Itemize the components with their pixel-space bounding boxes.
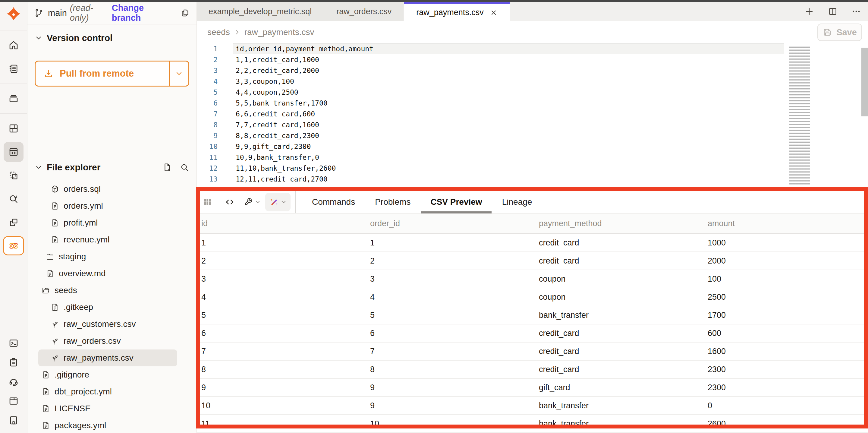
file-tree-item[interactable]: orders.yml	[38, 198, 177, 214]
pull-options-caret[interactable]	[169, 61, 188, 86]
more-options-icon[interactable]	[851, 6, 861, 17]
new-tab-icon[interactable]	[804, 6, 814, 17]
panel-tab[interactable]: Commands	[302, 191, 365, 213]
table-row[interactable]: 4 4 coupon 2500	[196, 288, 868, 306]
file-tree-item[interactable]: staging	[38, 248, 177, 265]
file-tree-item[interactable]: .gitignore	[38, 366, 177, 383]
cell-order-id: 8	[370, 365, 539, 374]
line-number: 3	[196, 67, 233, 75]
file-name: orders.yml	[64, 201, 103, 211]
file-doc-icon	[50, 218, 59, 227]
table-row[interactable]: 2 2 credit_card 2000	[196, 252, 868, 270]
cell-order-id: 7	[370, 347, 539, 356]
editor-tab[interactable]: raw_payments.csv	[404, 2, 510, 21]
split-editor-icon[interactable]	[828, 6, 838, 17]
rail-divider	[0, 84, 27, 84]
home-icon[interactable]	[4, 35, 24, 55]
table-row[interactable]: 5 5 bank_transfer 1700	[196, 306, 868, 324]
app-window: main (read-only) Change branch Version c…	[0, 0, 868, 433]
file-tree-item[interactable]: LICENSE	[38, 400, 177, 417]
code-editor[interactable]: 1 id,order_id,payment_method,amount 2 1,…	[196, 44, 868, 191]
editor-line: 7 6,6,credit_card,600	[196, 109, 868, 119]
change-branch-link[interactable]: Change branch	[112, 3, 175, 23]
file-tree-item[interactable]: seeds	[38, 282, 177, 299]
organization-icon[interactable]	[4, 412, 23, 429]
ai-fix-control[interactable]	[265, 193, 290, 211]
save-button[interactable]: Save	[817, 24, 862, 41]
query-analysis-icon[interactable]	[4, 189, 24, 209]
panel-tab-label: Commands	[312, 197, 355, 207]
file-name: raw_orders.csv	[64, 336, 121, 346]
file-name: dbt_project.yml	[55, 387, 112, 397]
pull-from-remote-button[interactable]: Pull from remote	[35, 61, 189, 87]
file-tree-item[interactable]: dbt_project.yml	[38, 383, 177, 400]
cell-order-id: 9	[370, 401, 539, 410]
version-control-section: Version control Pull from remote	[27, 24, 196, 152]
file-name: raw_customers.csv	[64, 319, 136, 329]
editor-minimap[interactable]	[789, 46, 810, 186]
copy-icon[interactable]	[180, 8, 190, 18]
editor-tab[interactable]: raw_orders.csv	[324, 2, 404, 21]
editor-tab[interactable]: example_develop_metric.sql	[196, 2, 324, 21]
breadcrumb-bar: seeds raw_payments.csv Save	[196, 21, 868, 44]
terminal-icon[interactable]	[4, 335, 23, 352]
external-window-icon[interactable]	[4, 212, 24, 232]
panel-tab[interactable]: Lineage	[492, 191, 542, 213]
file-tree-item[interactable]: profit.yml	[38, 214, 177, 231]
canvas-icon[interactable]	[4, 166, 24, 185]
table-row[interactable]: 7 7 credit_card 1600	[196, 343, 868, 360]
file-tree-item[interactable]: raw_customers.csv	[38, 316, 177, 333]
file-tree-item[interactable]: raw_orders.csv	[38, 333, 177, 349]
cell-order-id: 9	[370, 383, 539, 392]
editor-tabbar: example_develop_metric.sql raw_orders.cs…	[196, 2, 868, 21]
chevron-down-icon[interactable]	[35, 34, 42, 42]
breadcrumb-folder[interactable]: seeds	[207, 27, 230, 37]
clipboard-icon[interactable]	[4, 354, 23, 371]
panel-tab-label: Lineage	[502, 197, 532, 207]
cell-payment-method: credit_card	[539, 329, 708, 338]
breadcrumb-file: raw_payments.csv	[244, 27, 314, 37]
column-header: amount	[708, 219, 868, 228]
develop-icon[interactable]	[4, 142, 24, 162]
table-row[interactable]: 11 10 bank_transfer 2600	[196, 415, 868, 433]
build-tools-control[interactable]	[244, 197, 261, 207]
browser-icon[interactable]	[4, 393, 23, 409]
file-tree-item[interactable]: revenue.yml	[38, 231, 177, 248]
panel-tab-label: Problems	[375, 197, 410, 207]
dashboard-icon[interactable]	[4, 118, 24, 138]
file-doc-icon	[41, 404, 50, 413]
dbt-assist-icon[interactable]	[3, 236, 24, 255]
new-file-icon[interactable]	[162, 163, 172, 172]
cell-payment-method: credit_card	[539, 365, 708, 374]
file-tree-item[interactable]: packages.yml	[38, 417, 177, 433]
editor-line: 2 1,1,credit_card,1000	[196, 54, 868, 65]
results-table-icon[interactable]	[199, 194, 216, 210]
table-row[interactable]: 1 1 credit_card 1000	[196, 234, 868, 252]
seed-sprout-icon	[50, 320, 59, 329]
close-icon[interactable]	[490, 9, 498, 17]
cell-amount: 0	[708, 401, 868, 410]
table-row[interactable]: 8 8 credit_card 2300	[196, 360, 868, 379]
panel-tab[interactable]: Problems	[365, 191, 421, 213]
file-tree-item[interactable]: orders.sql	[38, 181, 177, 198]
file-tree-item[interactable]: overview.md	[38, 265, 177, 282]
column-header: payment_method	[539, 219, 708, 228]
table-row[interactable]: 3 3 coupon 100	[196, 270, 868, 288]
table-row[interactable]: 10 9 bank_transfer 0	[196, 397, 868, 415]
headset-icon[interactable]	[4, 373, 23, 390]
notebook-icon[interactable]	[4, 59, 24, 79]
editor-scrollbar-thumb[interactable]	[861, 48, 868, 116]
cell-order-id: 2	[370, 256, 539, 266]
file-tree-item[interactable]: .gitkeep	[38, 299, 177, 316]
table-row[interactable]: 9 9 gift_card 2300	[196, 379, 868, 397]
search-icon[interactable]	[180, 163, 189, 172]
table-row[interactable]: 6 6 credit_card 600	[196, 324, 868, 343]
editor-line: 5 4,4,coupon,2500	[196, 87, 868, 98]
file-tree-item[interactable]: raw_payments.csv	[38, 349, 177, 366]
sidebar: main (read-only) Change branch Version c…	[27, 2, 197, 433]
compiled-code-icon[interactable]	[221, 194, 238, 210]
panel-tab[interactable]: CSV Preview	[421, 191, 492, 213]
archive-icon[interactable]	[4, 89, 24, 109]
column-header: id	[201, 219, 370, 228]
chevron-down-icon[interactable]	[35, 164, 42, 171]
